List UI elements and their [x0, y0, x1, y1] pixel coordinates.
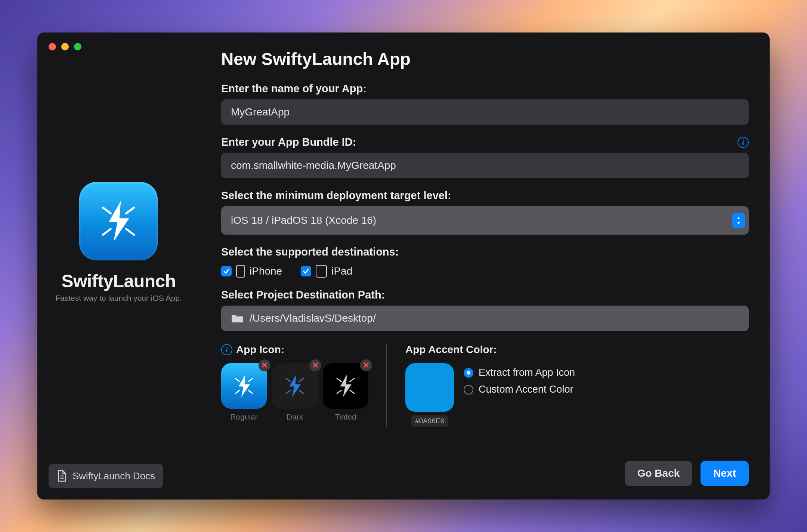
iphone-label: iPhone: [250, 265, 282, 277]
svg-line-8: [235, 390, 240, 394]
ipad-checkbox[interactable]: [301, 266, 311, 276]
svg-line-15: [350, 390, 355, 394]
info-icon[interactable]: i: [221, 344, 232, 355]
info-icon[interactable]: i: [738, 137, 749, 148]
ipad-icon: [316, 265, 327, 278]
iphone-checkbox[interactable]: [221, 266, 232, 276]
accent-swatch[interactable]: [405, 363, 454, 412]
svg-line-6: [235, 378, 240, 382]
accent-option-extract[interactable]: Extract from App Icon: [464, 367, 575, 378]
svg-line-7: [248, 390, 253, 394]
remove-icon-button[interactable]: ✕: [309, 359, 321, 371]
iphone-checkbox-row: iPhone: [221, 265, 282, 278]
app-icon-section: i App Icon: ✕ Regular ✕: [221, 344, 387, 427]
svg-line-17: [350, 378, 355, 382]
svg-line-16: [337, 390, 341, 394]
bundle-id-input[interactable]: [221, 153, 749, 178]
icon-slot-dark[interactable]: ✕ Dark: [272, 363, 318, 421]
app-branding: SwiftyLaunch Fastest way to launch your …: [55, 182, 182, 303]
ipad-label: iPad: [331, 265, 352, 277]
main-panel: New SwiftyLaunch App Enter the name of y…: [200, 33, 770, 499]
icon-slot-regular[interactable]: ✕ Regular: [221, 363, 267, 421]
accent-option-custom[interactable]: Custom Accent Color: [464, 384, 575, 395]
app-name-input[interactable]: [221, 99, 749, 125]
svg-line-1: [126, 229, 134, 235]
deployment-label: Select the minimum deployment target lev…: [221, 189, 749, 202]
app-logo-icon: [79, 182, 158, 260]
icon-label-dark: Dark: [287, 412, 303, 421]
svg-line-12: [286, 390, 291, 394]
lightning-icon: [323, 363, 368, 409]
accent-option-custom-label: Custom Accent Color: [479, 384, 573, 395]
lightning-icon: [272, 363, 318, 409]
svg-line-9: [248, 378, 253, 382]
svg-line-11: [299, 390, 304, 394]
app-name-label: Enter the name of your App:: [221, 83, 749, 95]
icon-label-regular: Regular: [230, 412, 258, 421]
svg-line-10: [286, 378, 291, 382]
sidebar: SwiftyLaunch Fastest way to launch your …: [37, 33, 200, 499]
chevron-updown-icon: ▲▼: [732, 213, 745, 228]
radio-icon: [464, 385, 473, 395]
bundle-id-label: Enter your App Bundle ID: i: [221, 136, 749, 148]
destinations-label: Select the supported destinations:: [221, 246, 749, 258]
checkmark-icon: [302, 267, 310, 275]
next-button[interactable]: Next: [701, 461, 749, 486]
radio-icon: [464, 368, 473, 378]
svg-line-3: [126, 208, 134, 214]
close-window-button[interactable]: [49, 43, 56, 50]
svg-line-0: [103, 208, 111, 214]
path-value: /Users/VladislavS/Desktop/: [250, 312, 376, 324]
deployment-value: iOS 18 / iPadOS 18 (Xcode 16): [231, 214, 376, 226]
icon-slot-tinted[interactable]: ✕ Tinted: [323, 363, 368, 421]
docs-button[interactable]: SwiftyLaunch Docs: [49, 464, 163, 488]
svg-line-2: [103, 229, 111, 235]
folder-icon: [231, 313, 244, 323]
app-tagline: Fastest way to launch your iOS App.: [55, 294, 182, 303]
path-selector[interactable]: /Users/VladislavS/Desktop/: [221, 306, 749, 331]
accent-color-section: App Accent Color: #0A96E6 Extract from A…: [405, 344, 749, 427]
docs-button-label: SwiftyLaunch Docs: [72, 470, 155, 482]
app-title: SwiftyLaunch: [61, 271, 176, 291]
path-label: Select Project Destination Path:: [221, 289, 749, 301]
svg-line-14: [337, 378, 341, 382]
icon-label-tinted: Tinted: [335, 412, 356, 421]
accent-option-extract-label: Extract from App Icon: [479, 367, 575, 378]
deployment-select[interactable]: iOS 18 / iPadOS 18 (Xcode 16) ▲▼: [221, 206, 749, 235]
minimize-window-button[interactable]: [61, 43, 69, 50]
document-icon: [57, 470, 67, 482]
app-window: SwiftyLaunch Fastest way to launch your …: [37, 33, 770, 499]
traffic-lights: [49, 43, 81, 50]
remove-icon-button[interactable]: ✕: [360, 359, 372, 371]
lightning-icon: [221, 363, 267, 409]
go-back-button[interactable]: Go Back: [625, 461, 693, 486]
accent-section-title: App Accent Color:: [405, 344, 749, 356]
page-title: New SwiftyLaunch App: [221, 49, 749, 69]
remove-icon-button[interactable]: ✕: [259, 359, 270, 371]
zoom-window-button[interactable]: [74, 43, 81, 50]
svg-line-13: [299, 378, 304, 382]
checkmark-icon: [223, 267, 230, 275]
iphone-icon: [236, 265, 245, 278]
accent-hex-value: #0A96E6: [411, 415, 448, 427]
app-icon-section-title: App Icon:: [236, 344, 284, 356]
ipad-checkbox-row: iPad: [301, 265, 352, 278]
